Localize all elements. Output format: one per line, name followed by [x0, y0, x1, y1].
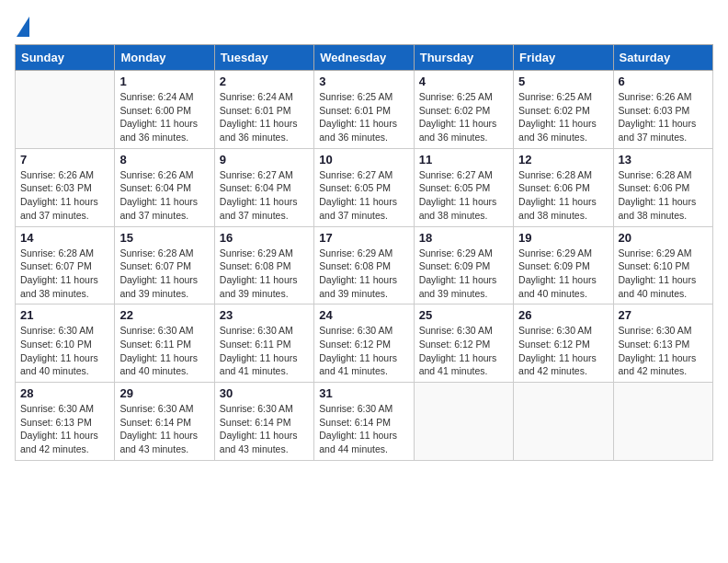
day-number: 19	[518, 231, 608, 245]
calendar-cell: 19Sunrise: 6:29 AMSunset: 6:09 PMDayligh…	[514, 226, 613, 304]
day-number: 13	[619, 153, 708, 167]
day-info: Sunrise: 6:25 AMSunset: 6:01 PMDaylight:…	[319, 90, 408, 144]
day-info: Sunrise: 6:30 AMSunset: 6:14 PMDaylight:…	[119, 402, 209, 456]
logo-triangle-icon	[17, 17, 29, 37]
calendar-cell: 31Sunrise: 6:30 AMSunset: 6:14 PMDayligh…	[314, 383, 414, 461]
calendar-week-row: 7Sunrise: 6:26 AMSunset: 6:03 PMDaylight…	[16, 148, 713, 226]
day-number: 29	[119, 386, 209, 400]
calendar-cell: 29Sunrise: 6:30 AMSunset: 6:14 PMDayligh…	[115, 383, 214, 461]
calendar-cell: 6Sunrise: 6:26 AMSunset: 6:03 PMDaylight…	[613, 71, 712, 149]
day-info: Sunrise: 6:26 AMSunset: 6:04 PMDaylight:…	[119, 168, 209, 223]
calendar-cell	[613, 383, 712, 461]
page-header	[15, 15, 713, 37]
day-number: 15	[119, 231, 209, 245]
day-info: Sunrise: 6:30 AMSunset: 6:12 PMDaylight:…	[319, 324, 408, 378]
calendar-week-row: 1Sunrise: 6:24 AMSunset: 6:00 PMDaylight…	[16, 71, 713, 149]
day-info: Sunrise: 6:28 AMSunset: 6:07 PMDaylight:…	[119, 247, 209, 301]
day-info: Sunrise: 6:30 AMSunset: 6:10 PMDaylight:…	[20, 324, 109, 378]
day-number: 22	[119, 308, 209, 322]
calendar-cell	[514, 383, 613, 461]
day-number: 21	[20, 308, 109, 322]
day-number: 18	[419, 231, 508, 245]
day-number: 6	[619, 75, 708, 88]
weekday-header-wednesday: Wednesday	[314, 45, 414, 71]
day-info: Sunrise: 6:25 AMSunset: 6:02 PMDaylight:…	[518, 90, 608, 144]
day-info: Sunrise: 6:24 AMSunset: 6:01 PMDaylight:…	[220, 90, 309, 144]
day-number: 11	[419, 153, 508, 167]
calendar-cell: 15Sunrise: 6:28 AMSunset: 6:07 PMDayligh…	[115, 226, 214, 304]
calendar-cell: 17Sunrise: 6:29 AMSunset: 6:08 PMDayligh…	[314, 226, 414, 304]
calendar-table: SundayMondayTuesdayWednesdayThursdayFrid…	[15, 44, 713, 461]
calendar-cell: 22Sunrise: 6:30 AMSunset: 6:11 PMDayligh…	[115, 304, 214, 383]
weekday-header-friday: Friday	[514, 45, 613, 71]
calendar-cell: 1Sunrise: 6:24 AMSunset: 6:00 PMDaylight…	[115, 71, 214, 149]
calendar-cell: 8Sunrise: 6:26 AMSunset: 6:04 PMDaylight…	[115, 148, 214, 226]
day-info: Sunrise: 6:30 AMSunset: 6:13 PMDaylight:…	[20, 402, 109, 456]
day-info: Sunrise: 6:30 AMSunset: 6:11 PMDaylight:…	[220, 324, 309, 378]
day-info: Sunrise: 6:29 AMSunset: 6:10 PMDaylight:…	[619, 247, 708, 301]
day-info: Sunrise: 6:30 AMSunset: 6:13 PMDaylight:…	[619, 324, 708, 378]
day-info: Sunrise: 6:29 AMSunset: 6:09 PMDaylight:…	[518, 247, 608, 301]
calendar-cell: 3Sunrise: 6:25 AMSunset: 6:01 PMDaylight…	[314, 71, 414, 149]
weekday-header-sunday: Sunday	[16, 45, 115, 71]
calendar-cell: 2Sunrise: 6:24 AMSunset: 6:01 PMDaylight…	[214, 71, 313, 149]
weekday-header-monday: Monday	[115, 45, 214, 71]
logo	[15, 15, 29, 37]
calendar-cell	[16, 71, 115, 149]
calendar-cell: 26Sunrise: 6:30 AMSunset: 6:12 PMDayligh…	[514, 304, 613, 383]
calendar-header-row: SundayMondayTuesdayWednesdayThursdayFrid…	[16, 45, 713, 71]
calendar-cell: 5Sunrise: 6:25 AMSunset: 6:02 PMDaylight…	[514, 71, 613, 149]
day-number: 8	[119, 153, 209, 167]
day-number: 25	[419, 308, 508, 322]
day-number: 20	[619, 231, 708, 245]
day-number: 28	[20, 386, 109, 400]
day-info: Sunrise: 6:30 AMSunset: 6:14 PMDaylight:…	[220, 402, 309, 456]
day-info: Sunrise: 6:30 AMSunset: 6:11 PMDaylight:…	[119, 324, 209, 378]
calendar-cell: 13Sunrise: 6:28 AMSunset: 6:06 PMDayligh…	[613, 148, 712, 226]
day-info: Sunrise: 6:30 AMSunset: 6:12 PMDaylight:…	[518, 324, 608, 378]
calendar-cell: 28Sunrise: 6:30 AMSunset: 6:13 PMDayligh…	[16, 383, 115, 461]
calendar-cell: 9Sunrise: 6:27 AMSunset: 6:04 PMDaylight…	[214, 148, 313, 226]
day-info: Sunrise: 6:28 AMSunset: 6:06 PMDaylight:…	[518, 168, 608, 223]
day-info: Sunrise: 6:29 AMSunset: 6:09 PMDaylight:…	[419, 247, 508, 301]
weekday-header-saturday: Saturday	[613, 45, 712, 71]
weekday-header-tuesday: Tuesday	[214, 45, 313, 71]
day-info: Sunrise: 6:30 AMSunset: 6:12 PMDaylight:…	[419, 324, 508, 378]
day-info: Sunrise: 6:29 AMSunset: 6:08 PMDaylight:…	[220, 247, 309, 301]
calendar-cell: 4Sunrise: 6:25 AMSunset: 6:02 PMDaylight…	[414, 71, 513, 149]
calendar-cell: 30Sunrise: 6:30 AMSunset: 6:14 PMDayligh…	[214, 383, 313, 461]
day-number: 2	[220, 75, 309, 88]
day-info: Sunrise: 6:29 AMSunset: 6:08 PMDaylight:…	[319, 247, 408, 301]
weekday-header-thursday: Thursday	[414, 45, 513, 71]
calendar-cell: 10Sunrise: 6:27 AMSunset: 6:05 PMDayligh…	[314, 148, 414, 226]
day-number: 16	[220, 231, 309, 245]
day-number: 12	[518, 153, 608, 167]
day-info: Sunrise: 6:26 AMSunset: 6:03 PMDaylight:…	[20, 168, 109, 223]
calendar-cell: 25Sunrise: 6:30 AMSunset: 6:12 PMDayligh…	[414, 304, 513, 383]
day-info: Sunrise: 6:28 AMSunset: 6:07 PMDaylight:…	[20, 247, 109, 301]
day-number: 5	[518, 75, 608, 88]
calendar-cell: 27Sunrise: 6:30 AMSunset: 6:13 PMDayligh…	[613, 304, 712, 383]
day-number: 30	[220, 386, 309, 400]
calendar-cell: 23Sunrise: 6:30 AMSunset: 6:11 PMDayligh…	[214, 304, 313, 383]
day-info: Sunrise: 6:27 AMSunset: 6:05 PMDaylight:…	[419, 168, 508, 223]
calendar-cell: 14Sunrise: 6:28 AMSunset: 6:07 PMDayligh…	[16, 226, 115, 304]
calendar-week-row: 21Sunrise: 6:30 AMSunset: 6:10 PMDayligh…	[16, 304, 713, 383]
calendar-cell: 18Sunrise: 6:29 AMSunset: 6:09 PMDayligh…	[414, 226, 513, 304]
day-number: 10	[319, 153, 408, 167]
day-info: Sunrise: 6:27 AMSunset: 6:04 PMDaylight:…	[220, 168, 309, 223]
day-number: 4	[419, 75, 508, 88]
day-info: Sunrise: 6:30 AMSunset: 6:14 PMDaylight:…	[319, 402, 408, 456]
calendar-cell: 11Sunrise: 6:27 AMSunset: 6:05 PMDayligh…	[414, 148, 513, 226]
calendar-cell: 7Sunrise: 6:26 AMSunset: 6:03 PMDaylight…	[16, 148, 115, 226]
calendar-cell: 20Sunrise: 6:29 AMSunset: 6:10 PMDayligh…	[613, 226, 712, 304]
day-number: 31	[319, 386, 408, 400]
day-number: 7	[20, 153, 109, 167]
day-number: 27	[619, 308, 708, 322]
calendar-cell: 12Sunrise: 6:28 AMSunset: 6:06 PMDayligh…	[514, 148, 613, 226]
day-info: Sunrise: 6:26 AMSunset: 6:03 PMDaylight:…	[619, 90, 708, 144]
day-number: 23	[220, 308, 309, 322]
calendar-cell: 16Sunrise: 6:29 AMSunset: 6:08 PMDayligh…	[214, 226, 313, 304]
day-number: 3	[319, 75, 408, 88]
day-number: 26	[518, 308, 608, 322]
